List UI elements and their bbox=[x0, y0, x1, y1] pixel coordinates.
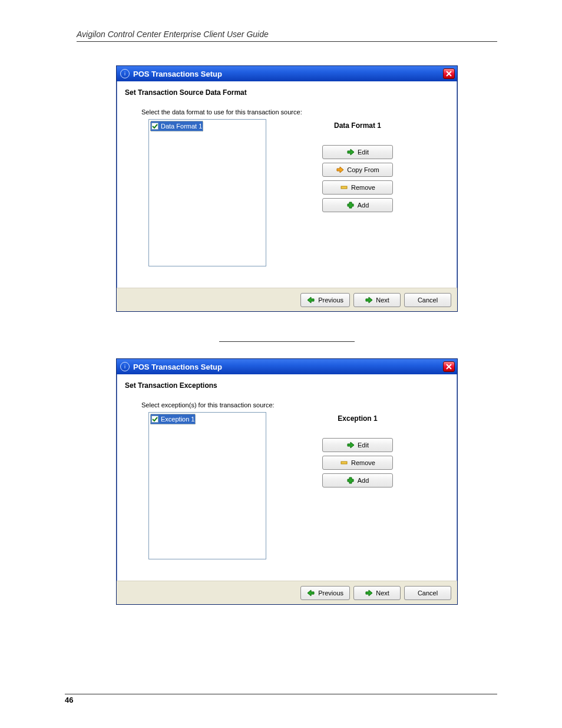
exceptions-listbox[interactable]: Exception 1 bbox=[148, 412, 266, 559]
minus-icon bbox=[340, 183, 348, 192]
window-title: POS Transactions Setup bbox=[133, 70, 443, 78]
svg-rect-0 bbox=[341, 186, 347, 189]
arrow-right-green-icon bbox=[346, 148, 355, 156]
remove-button[interactable]: Remove bbox=[322, 456, 393, 470]
close-icon[interactable] bbox=[443, 68, 455, 79]
list-item[interactable]: Data Format 1 bbox=[150, 121, 203, 131]
dialog-subtitle: Set Transaction Exceptions bbox=[125, 381, 449, 390]
cancel-button[interactable]: Cancel bbox=[404, 293, 451, 307]
titlebar: i POS Transactions Setup bbox=[117, 66, 457, 81]
titlebar: i POS Transactions Setup bbox=[117, 359, 457, 374]
pos-setup-dialog-1: i POS Transactions Setup Set Transaction… bbox=[116, 65, 458, 312]
next-button[interactable]: Next bbox=[353, 293, 401, 307]
selected-item-title: Exception 1 bbox=[266, 414, 449, 423]
doc-header: Avigilon Control Center Enterprise Clien… bbox=[77, 29, 497, 42]
edit-label: Edit bbox=[358, 442, 369, 449]
arrow-right-green-icon bbox=[346, 441, 355, 449]
next-button[interactable]: Next bbox=[353, 586, 401, 600]
arrow-right-orange-icon bbox=[336, 166, 344, 174]
list-item-label: Exception 1 bbox=[161, 416, 194, 423]
edit-button[interactable]: Edit bbox=[322, 145, 393, 159]
app-icon: i bbox=[120, 362, 130, 371]
edit-button[interactable]: Edit bbox=[322, 438, 393, 452]
arrow-left-green-icon bbox=[307, 296, 315, 304]
previous-label: Previous bbox=[318, 297, 343, 304]
window-title: POS Transactions Setup bbox=[133, 363, 443, 371]
copy-from-label: Copy From bbox=[347, 166, 379, 173]
copy-from-button[interactable]: Copy From bbox=[322, 163, 393, 177]
close-icon[interactable] bbox=[443, 361, 455, 372]
add-label: Add bbox=[358, 202, 369, 209]
remove-button[interactable]: Remove bbox=[322, 180, 393, 195]
minus-icon bbox=[340, 459, 348, 467]
selected-item-title: Data Format 1 bbox=[266, 121, 449, 130]
page-number: 46 bbox=[65, 694, 497, 704]
next-label: Next bbox=[376, 589, 389, 597]
previous-button[interactable]: Previous bbox=[300, 293, 350, 307]
add-button[interactable]: Add bbox=[322, 198, 393, 212]
data-format-listbox[interactable]: Data Format 1 bbox=[148, 119, 266, 266]
app-icon: i bbox=[120, 69, 130, 78]
dialog-instruction: Select the data format to use for this t… bbox=[141, 108, 449, 116]
plus-icon bbox=[346, 476, 355, 485]
checkbox-icon[interactable] bbox=[151, 123, 158, 130]
dialog-subtitle: Set Transaction Source Data Format bbox=[125, 88, 449, 97]
cancel-label: Cancel bbox=[418, 589, 438, 597]
cancel-label: Cancel bbox=[418, 297, 438, 304]
arrow-left-green-icon bbox=[307, 589, 315, 597]
next-label: Next bbox=[376, 297, 389, 304]
previous-label: Previous bbox=[318, 589, 343, 597]
dialog-instruction: Select exception(s) for this transaction… bbox=[141, 401, 449, 409]
checkbox-icon[interactable] bbox=[151, 416, 158, 423]
dialog-footer: Previous Next Cancel bbox=[117, 581, 457, 604]
add-label: Add bbox=[358, 477, 369, 484]
remove-label: Remove bbox=[351, 184, 375, 191]
dialog-footer: Previous Next Cancel bbox=[117, 288, 457, 311]
svg-rect-1 bbox=[341, 462, 347, 464]
arrow-right-green-icon bbox=[365, 589, 373, 597]
cancel-button[interactable]: Cancel bbox=[404, 586, 451, 600]
edit-label: Edit bbox=[358, 149, 369, 156]
arrow-right-green-icon bbox=[365, 296, 373, 304]
add-button[interactable]: Add bbox=[322, 473, 393, 487]
plus-icon bbox=[346, 201, 355, 209]
list-item[interactable]: Exception 1 bbox=[150, 414, 196, 424]
previous-button[interactable]: Previous bbox=[300, 586, 350, 600]
figure-separator bbox=[219, 341, 355, 342]
remove-label: Remove bbox=[351, 459, 375, 466]
pos-setup-dialog-2: i POS Transactions Setup Set Transaction… bbox=[116, 358, 458, 605]
list-item-label: Data Format 1 bbox=[161, 123, 202, 130]
